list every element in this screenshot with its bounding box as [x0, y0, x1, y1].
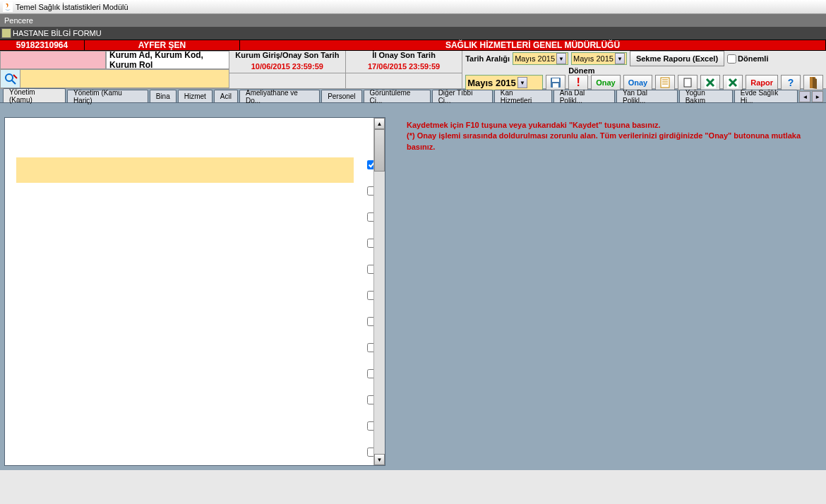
donem-label: Dönem — [568, 66, 594, 75]
period-to-select[interactable]: Mayıs 2015▼ — [571, 52, 627, 65]
pink-cell — [0, 51, 106, 69]
list-pane: ▲ ▼ — [4, 117, 385, 466]
svg-line-2 — [12, 80, 16, 84]
identity-id: 59182310964 — [0, 40, 85, 50]
scroll-up-icon[interactable]: ▲ — [374, 118, 385, 129]
tab-bina[interactable]: Bina — [150, 90, 176, 102]
java-icon — [3, 2, 13, 12]
tab-acil[interactable]: Acil — [214, 90, 238, 102]
tarih-araligi-label: Tarih Aralığı — [465, 54, 510, 63]
tab-yan-dal[interactable]: Yan Dal Polikl... — [616, 90, 678, 102]
tab-yogun-bakim[interactable]: Yoğun Bakım — [679, 90, 733, 102]
svg-marker-15 — [813, 77, 817, 89]
tab-yonetim-kamu[interactable]: Yönetim (Kamu) — [3, 88, 66, 102]
svg-rect-11 — [684, 78, 691, 87]
tab-scroll-right[interactable]: ► — [812, 91, 823, 102]
svg-rect-5 — [552, 78, 559, 82]
menu-pencere[interactable]: Pencere — [4, 16, 33, 25]
svg-rect-7 — [661, 78, 669, 88]
scroll-thumb[interactable] — [374, 129, 385, 172]
info-line-1: Kaydetmek için F10 tuşuna veya yukarıdak… — [407, 120, 815, 131]
tab-personel[interactable]: Personel — [321, 90, 361, 102]
deadline-giris: Kurum Giriş/Onay Son Tarih 10/06/2015 23… — [229, 51, 346, 88]
period-from-select[interactable]: Mayıs 2015▼ — [513, 52, 568, 65]
deadline-il-value: 17/06/2015 23:59:59 — [346, 62, 462, 73]
form-icon — [1, 28, 11, 38]
svg-line-3 — [13, 75, 17, 78]
kurum-label: Kurum Ad, Kurum Kod, Kurum Rol — [106, 51, 229, 69]
window-title: Temel Sağlık İstatistikleri Modülü — [16, 3, 128, 11]
tab-scroll-left[interactable]: ◄ — [799, 91, 810, 102]
deadline-il-label: İl Onay Son Tarih — [346, 51, 462, 62]
tab-ana-dal[interactable]: Ana Dal Polikl... — [553, 90, 615, 102]
work-area: ▲ ▼ Kaydetmek için F10 tuşuna veya yukar… — [0, 103, 826, 470]
chevron-down-icon[interactable]: ▼ — [615, 53, 625, 64]
svg-rect-6 — [553, 83, 558, 88]
info-pane: Kaydetmek için F10 tuşuna veya yukarıdak… — [400, 117, 822, 466]
info-line-2: (*) Onay işlemi sırasında doldurulması z… — [407, 131, 815, 152]
tab-yonetim-kamu-haric[interactable]: Yönetim (Kamu Hariç) — [67, 90, 148, 102]
search-icon[interactable] — [1, 70, 20, 88]
chevron-down-icon[interactable]: ▼ — [556, 53, 566, 64]
list-selected-row[interactable] — [16, 157, 354, 183]
exit-button[interactable] — [803, 75, 823, 90]
tab-diger-tibbi[interactable]: Diğer Tıbbi Ci... — [432, 90, 493, 102]
deadline-il: İl Onay Son Tarih 17/06/2015 23:59:59 — [346, 51, 462, 88]
menubar: Pencere — [0, 14, 826, 27]
deadline-giris-value: 10/06/2015 23:59:59 — [229, 62, 345, 73]
header-controls: Kurum Ad, Kurum Kod, Kurum Rol Kurum Gir… — [0, 51, 826, 89]
donemli-checkbox[interactable]: Dönemli — [727, 54, 768, 64]
sekme-raporu-button[interactable]: Sekme Raporu (Excel) — [630, 51, 724, 66]
list-scrollbar[interactable]: ▲ ▼ — [373, 118, 385, 465]
chevron-down-icon[interactable]: ▼ — [517, 77, 527, 88]
identity-org: SAĞLIK HİZMETLERİ GENEL MÜDÜRLÜĞÜ — [240, 40, 826, 50]
tab-ameliyathane[interactable]: Ameliyathane ve Do... — [239, 90, 320, 102]
form-title: HASTANE BİLGİ FORMU — [13, 29, 102, 37]
form-titlebar: HASTANE BİLGİ FORMU — [0, 27, 826, 40]
tab-kan-hizmetleri[interactable]: Kan Hizmetleri — [494, 90, 552, 102]
deadline-giris-label: Kurum Giriş/Onay Son Tarih — [229, 51, 345, 62]
tabstrip: Yönetim (Kamu) Yönetim (Kamu Hariç) Bina… — [0, 89, 826, 103]
tab-evde-saglik[interactable]: Evde Sağlık Hi... — [734, 90, 798, 102]
kurum-search-input[interactable] — [20, 70, 229, 88]
window-titlebar: Temel Sağlık İstatistikleri Modülü — [0, 0, 826, 14]
svg-point-1 — [6, 74, 13, 81]
tab-hizmet[interactable]: Hizmet — [178, 90, 213, 102]
scroll-down-icon[interactable]: ▼ — [374, 454, 385, 465]
tab-goruntuleme[interactable]: Görüntüleme Ci... — [364, 90, 431, 102]
identity-user: AYFER ŞEN — [85, 40, 240, 50]
identity-band: 59182310964 AYFER ŞEN SAĞLIK HİZMETLERİ … — [0, 40, 826, 51]
